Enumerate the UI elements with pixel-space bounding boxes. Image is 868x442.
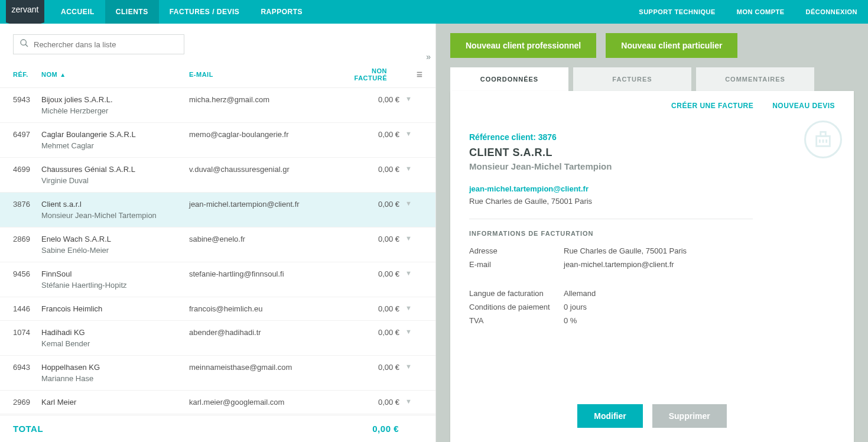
row-email: v.duval@chaussuresgenial.gr xyxy=(189,165,343,185)
delete-button[interactable]: Supprimer xyxy=(652,404,727,428)
total-value: 0,00 € xyxy=(372,424,422,434)
row-name-block: Client s.a.r.lMonsieur Jean-Michel Tarte… xyxy=(41,200,189,220)
col-unbilled[interactable]: NON FACTURÉ xyxy=(343,67,411,82)
row-company: Hadihadi KG xyxy=(41,328,189,337)
brand-logo: zervant xyxy=(6,0,45,22)
client-row[interactable]: 9456FinnSoulStéfanie Haertling-Hopitzste… xyxy=(0,262,435,297)
col-ref[interactable]: RÉF. xyxy=(13,71,41,78)
row-amount: 0,00 €▼ xyxy=(343,95,422,115)
row-company: FinnSoul xyxy=(41,269,189,278)
row-email: meinnameisthase@gmail.com xyxy=(189,363,343,383)
client-row[interactable]: 2969Karl Meierkarl.meier@googlemail.com0… xyxy=(0,391,435,414)
row-amount: 0,00 €▼ xyxy=(343,235,422,255)
row-ref: 1446 xyxy=(13,304,41,313)
billing-info: AdresseRue Charles de Gaulle, 75001 Pari… xyxy=(469,246,835,325)
client-list-panel: » RÉF. NOM ▲ E-MAIL NON FACTURÉ ☰ 5943Bi… xyxy=(0,24,436,442)
total-row: TOTAL 0,00 € xyxy=(0,415,435,442)
nav-account[interactable]: MON COMPTE xyxy=(726,8,795,15)
new-quote-link[interactable]: NOUVEAU DEVIS xyxy=(772,102,835,110)
billing-info-title: INFORMATIONS DE FACTURATION xyxy=(469,230,835,237)
row-name-block: Hadihadi KGKemal Bender xyxy=(41,328,189,348)
client-row[interactable]: 3876Client s.a.r.lMonsieur Jean-Michel T… xyxy=(0,193,435,228)
nav-invoices[interactable]: FACTURES / DEVIS xyxy=(159,0,251,24)
row-company: Caglar Boulangerie S.A.R.L xyxy=(41,130,189,139)
chevron-down-icon[interactable]: ▼ xyxy=(405,398,412,405)
logo-area: zervant xyxy=(0,0,50,24)
modify-button[interactable]: Modifier xyxy=(577,404,642,428)
chevron-down-icon[interactable]: ▼ xyxy=(405,328,412,335)
search-box[interactable] xyxy=(13,34,184,54)
create-invoice-link[interactable]: CRÉER UNE FACTURE xyxy=(671,102,753,110)
detail-card: CRÉER UNE FACTURE NOUVEAU DEVIS Référenc… xyxy=(450,91,854,442)
nav-logout[interactable]: DÉCONNEXION xyxy=(795,8,868,15)
label-terms: Conditions de paiement xyxy=(469,303,564,311)
row-person: Stéfanie Haertling-Hopitz xyxy=(41,281,189,290)
value-email: jean-michel.tartempion@client.fr xyxy=(564,260,674,269)
client-row[interactable]: 2869Enelo Wach S.A.R.LSabine Enélo-Meier… xyxy=(0,228,435,262)
tab-commentaires[interactable]: COMMENTAIRES xyxy=(696,67,814,91)
chevron-down-icon[interactable]: ▼ xyxy=(405,200,412,207)
row-ref: 3876 xyxy=(13,200,41,220)
col-nom[interactable]: NOM ▲ xyxy=(41,71,189,78)
chevron-down-icon[interactable]: ▼ xyxy=(405,269,412,277)
new-pro-client-button[interactable]: Nouveau client professionnel xyxy=(450,33,596,58)
row-email: micha.herz@gmail.com xyxy=(189,95,343,115)
divider xyxy=(469,219,753,219)
row-company: Enelo Wach S.A.R.L xyxy=(41,235,189,243)
total-label: TOTAL xyxy=(13,424,372,434)
chevron-down-icon[interactable]: ▼ xyxy=(405,130,412,137)
svg-line-1 xyxy=(25,44,28,47)
chevron-down-icon[interactable]: ▼ xyxy=(405,235,412,242)
row-ref: 9456 xyxy=(13,269,41,290)
col-nom-label: NOM xyxy=(41,71,57,78)
nav-reports[interactable]: RAPPORTS xyxy=(250,0,313,24)
chevron-down-icon[interactable]: ▼ xyxy=(405,304,412,311)
client-list[interactable]: 5943Bijoux jolies S.A.R.L.Michèle Herzbe… xyxy=(0,88,435,415)
client-ref: Référence client: 3876 xyxy=(469,132,835,142)
client-contact: Monsieur Jean-Michel Tartempion xyxy=(469,161,835,171)
row-person: Sabine Enélo-Meier xyxy=(41,246,189,255)
row-name-block: Chaussures Génial S.A.R.LVirginie Duval xyxy=(41,165,189,185)
sort-asc-icon: ▲ xyxy=(60,72,66,78)
tab-coordonnees[interactable]: COORDONNÉES xyxy=(450,67,568,91)
row-email: stefanie-hartling@finnsoul.fi xyxy=(189,269,343,290)
nav-clients[interactable]: CLIENTS xyxy=(105,0,159,24)
client-row[interactable]: 1446Francois Heimlichfrancois@heimlich.e… xyxy=(0,297,435,321)
client-row[interactable]: 5943Bijoux jolies S.A.R.L.Michèle Herzbe… xyxy=(0,88,435,123)
tab-factures[interactable]: FACTURES xyxy=(573,67,691,91)
detail-tabs: COORDONNÉES FACTURES COMMENTAIRES xyxy=(450,67,854,91)
row-ref: 2869 xyxy=(13,235,41,255)
list-menu-icon[interactable]: ☰ xyxy=(411,71,422,79)
row-email: francois@heimlich.eu xyxy=(189,304,343,313)
row-company: Bijoux jolies S.A.R.L. xyxy=(41,95,189,104)
row-amount: 0,00 €▼ xyxy=(343,328,422,348)
chevron-down-icon[interactable]: ▼ xyxy=(405,363,412,370)
svg-point-0 xyxy=(21,40,26,45)
row-email: jean-michel.tartempion@client.fr xyxy=(189,200,343,220)
row-ref: 6943 xyxy=(13,363,41,383)
label-email: E-mail xyxy=(469,260,564,269)
value-address: Rue Charles de Gaulle, 75001 Paris xyxy=(564,246,687,255)
row-company: Karl Meier xyxy=(41,398,189,407)
row-name-block: Bijoux jolies S.A.R.L.Michèle Herzberger xyxy=(41,95,189,115)
row-person: Kemal Bender xyxy=(41,339,189,348)
row-email: memo@caglar-boulangerie.fr xyxy=(189,130,343,150)
row-person: Michèle Herzberger xyxy=(41,106,189,115)
client-row[interactable]: 6497Caglar Boulangerie S.A.R.LMehmet Cag… xyxy=(0,123,435,158)
client-row[interactable]: 6943Hoppelhasen KGMarianne Hasemeinnamei… xyxy=(0,356,435,391)
collapse-panel-icon[interactable]: » xyxy=(426,52,431,61)
row-company: Francois Heimlich xyxy=(41,304,189,313)
search-input[interactable] xyxy=(34,40,178,49)
client-row[interactable]: 1074Hadihadi KGKemal Benderabender@hadih… xyxy=(0,321,435,356)
chevron-down-icon[interactable]: ▼ xyxy=(405,95,412,102)
client-email[interactable]: jean-michel.tartempion@client.fr xyxy=(469,184,835,193)
nav-support[interactable]: SUPPORT TECHNIQUE xyxy=(628,8,726,15)
new-particular-client-button[interactable]: Nouveau client particulier xyxy=(606,33,737,58)
nav-home[interactable]: ACCUEIL xyxy=(50,0,105,24)
col-email[interactable]: E-MAIL xyxy=(189,71,343,78)
row-amount: 0,00 €▼ xyxy=(343,200,422,220)
client-row[interactable]: 4699Chaussures Génial S.A.R.LVirginie Du… xyxy=(0,158,435,193)
row-ref: 4699 xyxy=(13,165,41,185)
chevron-down-icon[interactable]: ▼ xyxy=(405,165,412,172)
row-person: Mehmet Caglar xyxy=(41,141,189,150)
